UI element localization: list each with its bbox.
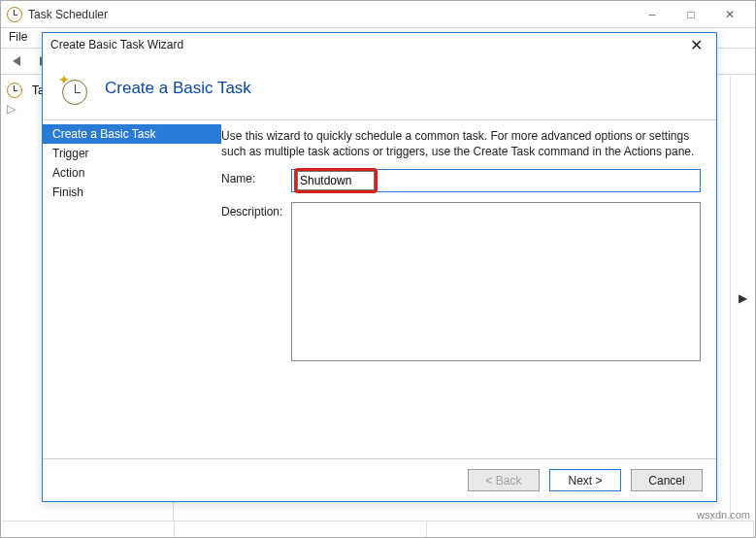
watermark: wsxdn.com bbox=[697, 509, 750, 521]
dialog-heading: Create a Basic Task bbox=[105, 79, 251, 98]
arrow-left-icon bbox=[9, 54, 26, 68]
dialog-footer: < Back Next > Cancel bbox=[43, 458, 716, 501]
highlight-box bbox=[294, 168, 378, 193]
menu-file[interactable]: File bbox=[9, 30, 27, 44]
titlebar: Task Scheduler – □ ✕ bbox=[1, 1, 755, 28]
maximize-button[interactable]: □ bbox=[672, 8, 710, 21]
step-create-basic-task[interactable]: Create a Basic Task bbox=[43, 124, 221, 144]
dialog-titlebar: Create Basic Task Wizard ✕ bbox=[43, 33, 716, 56]
description-label: Description: bbox=[221, 202, 291, 219]
chevron-right-icon: ▷ bbox=[7, 102, 16, 116]
step-trigger[interactable]: Trigger bbox=[43, 144, 221, 163]
name-label: Name: bbox=[221, 169, 291, 185]
step-finish[interactable]: Finish bbox=[43, 183, 221, 202]
name-input[interactable] bbox=[297, 171, 375, 190]
create-basic-task-wizard: Create Basic Task Wizard ✕ ✦ Create a Ba… bbox=[42, 32, 717, 502]
intro-text: Use this wizard to quickly schedule a co… bbox=[221, 128, 701, 159]
chevron-right-icon[interactable]: ▶ bbox=[739, 291, 747, 305]
close-window-button[interactable]: ✕ bbox=[710, 8, 749, 21]
dialog-header: ✦ Create a Basic Task bbox=[43, 56, 716, 120]
dialog-body: Create a Basic Task Trigger Action Finis… bbox=[43, 120, 716, 458]
back-nav-button[interactable] bbox=[5, 50, 30, 72]
actions-strip: ▶ bbox=[730, 77, 755, 520]
dialog-title: Create Basic Task Wizard bbox=[50, 38, 183, 51]
back-button: < Back bbox=[468, 469, 540, 491]
window-title: Task Scheduler bbox=[28, 8, 633, 21]
wizard-form: Use this wizard to quickly schedule a co… bbox=[221, 120, 716, 458]
name-field-container bbox=[291, 169, 701, 192]
step-action[interactable]: Action bbox=[43, 163, 221, 183]
description-input[interactable] bbox=[291, 202, 701, 361]
next-button[interactable]: Next > bbox=[549, 469, 621, 491]
wizard-steps: Create a Basic Task Trigger Action Finis… bbox=[43, 120, 221, 458]
scheduler-icon bbox=[7, 7, 22, 22]
statusbar bbox=[2, 521, 754, 536]
scheduler-icon bbox=[7, 83, 22, 98]
cancel-button[interactable]: Cancel bbox=[631, 469, 703, 491]
dialog-close-button[interactable]: ✕ bbox=[684, 36, 708, 54]
minimize-button[interactable]: – bbox=[633, 8, 672, 21]
wizard-icon: ✦ bbox=[58, 72, 91, 105]
